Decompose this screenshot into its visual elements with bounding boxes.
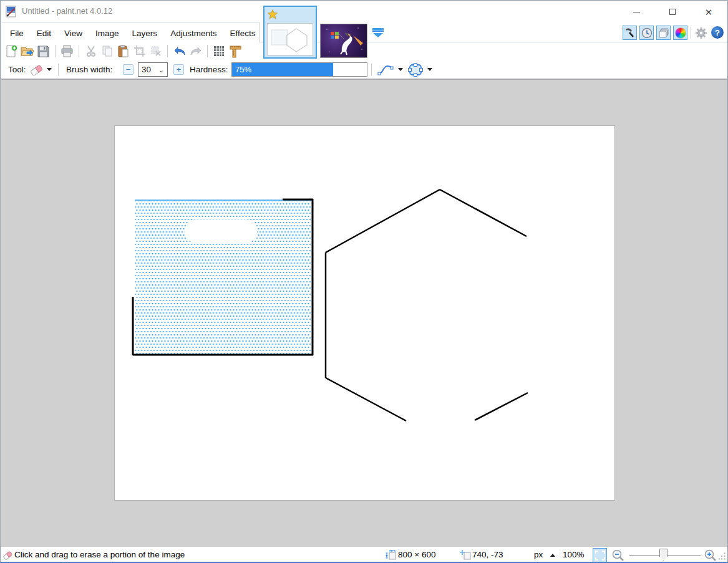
brush-width-combobox[interactable]: 30 ⌄ — [138, 62, 168, 77]
cursor-position-value: 740, -73 — [472, 550, 503, 559]
brush-width-label: Brush width: — [66, 65, 112, 74]
crop-to-selection-button[interactable] — [132, 44, 147, 59]
menu-panel-border-top — [2, 22, 260, 22]
status-hint-text: Click and drag to erase a portion of the… — [14, 550, 185, 559]
units-dropdown-arrow[interactable] — [550, 554, 555, 557]
drawn-shapes — [115, 126, 614, 500]
hardness-slider[interactable]: 75% — [231, 62, 367, 77]
workspace[interactable] — [1, 79, 727, 546]
units-selector[interactable]: px — [534, 550, 543, 559]
zoom-slider-thumb[interactable] — [659, 549, 667, 561]
eraser-tool-button[interactable] — [29, 63, 44, 76]
layers-window-toggle[interactable] — [656, 26, 671, 40]
minimize-button[interactable] — [627, 6, 646, 18]
zoom-level-value: 100% — [563, 550, 585, 559]
drawing-canvas[interactable] — [115, 126, 614, 500]
save-button[interactable] — [36, 44, 51, 59]
toolbar-separator — [691, 27, 691, 39]
pixel-grid-button[interactable] — [212, 44, 226, 59]
layers-icon — [658, 27, 669, 39]
window-title: Untitled - paint.net 4.0.12 — [22, 6, 112, 16]
tools-window-toggle[interactable] — [623, 26, 637, 40]
selection-clipping-dropdown-arrow[interactable] — [427, 68, 432, 71]
image-size-icon — [386, 550, 397, 560]
title-bar: Untitled - paint.net 4.0.12 ✕ — [1, 1, 727, 22]
brush-width-value: 30 — [142, 65, 151, 74]
tool-options-bar: Tool: Brush width: − 30 ⌄ + Hardness: 75… — [1, 60, 727, 79]
open-file-icon — [21, 45, 34, 57]
rulers-icon — [229, 45, 242, 58]
antialiasing-dropdown-arrow[interactable] — [398, 68, 403, 71]
menu-layers[interactable]: Layers — [132, 29, 158, 38]
menu-file[interactable]: File — [10, 29, 24, 38]
paintnet-app-icon — [6, 6, 17, 17]
main-toolbar — [4, 43, 243, 59]
brush-width-increase-button[interactable]: + — [173, 64, 184, 75]
unsaved-star-icon — [268, 9, 278, 19]
tool-label: Tool: — [8, 65, 26, 74]
menu-adjustments[interactable]: Adjustments — [170, 29, 216, 38]
undo-button[interactable] — [172, 44, 187, 59]
new-button[interactable] — [4, 44, 18, 59]
history-window-toggle[interactable] — [639, 26, 654, 40]
color-wheel-icon — [675, 27, 686, 39]
paintnet-window: Untitled - paint.net 4.0.12 ✕ File Edit … — [0, 0, 728, 563]
rulers-button[interactable] — [228, 44, 243, 59]
image-tab-active[interactable] — [263, 6, 317, 59]
antialiasing-button[interactable] — [377, 63, 394, 77]
toolbar-separator — [167, 45, 168, 57]
tool-dropdown-arrow[interactable] — [47, 68, 52, 71]
zoom-in-button[interactable] — [704, 549, 717, 562]
status-bar: Click and drag to erase a portion of the… — [1, 546, 727, 562]
undo-icon — [173, 45, 187, 57]
new-file-icon — [5, 45, 17, 57]
settings-button[interactable] — [694, 26, 708, 40]
active-image-thumbnail — [267, 23, 313, 55]
resize-grip[interactable] — [719, 552, 726, 561]
open-button[interactable] — [20, 44, 34, 59]
gear-icon — [695, 27, 707, 39]
hardness-label: Hardness: — [190, 65, 228, 74]
cut-button[interactable] — [84, 44, 98, 59]
hammer-icon — [624, 27, 636, 39]
copy-icon — [101, 45, 114, 57]
deselect-button[interactable] — [148, 44, 163, 59]
toolbar-separator — [207, 45, 208, 57]
menu-view[interactable]: View — [64, 29, 82, 38]
selection-clipping-button[interactable] — [407, 62, 424, 77]
menu-effects[interactable]: Effects — [230, 29, 255, 38]
menu-edit[interactable]: Edit — [37, 29, 51, 38]
crop-icon — [133, 45, 146, 57]
copy-button[interactable] — [100, 44, 114, 59]
toolbar-separator — [58, 64, 59, 75]
redo-button[interactable] — [188, 44, 203, 59]
redo-icon — [189, 45, 203, 57]
image-tab-unicorn[interactable] — [320, 24, 367, 58]
brush-width-decrease-button[interactable]: − — [123, 64, 133, 75]
pixel-grid-icon — [213, 46, 225, 57]
zoom-to-window-button[interactable] — [593, 548, 607, 562]
clock-icon — [641, 27, 653, 39]
help-icon: ? — [711, 26, 724, 39]
image-size-value: 800 × 600 — [398, 550, 435, 559]
zoom-out-button[interactable] — [611, 549, 625, 562]
paste-button[interactable] — [116, 44, 130, 59]
maximize-button[interactable] — [663, 6, 682, 18]
image-list-chevron-icon[interactable] — [372, 27, 384, 38]
menu-bar: File Edit View Image Layers Adjustments … — [1, 24, 255, 42]
menu-image[interactable]: Image — [95, 29, 119, 38]
hardness-value: 75% — [235, 65, 251, 74]
cursor-position-icon — [460, 550, 471, 560]
toolbar-separator — [371, 64, 372, 75]
toolbar-separator — [79, 45, 79, 57]
deselect-icon — [150, 45, 162, 57]
help-button[interactable]: ? — [711, 26, 725, 40]
save-icon — [37, 46, 49, 57]
colors-window-toggle[interactable] — [673, 26, 687, 40]
unicorn-thumbnail — [321, 24, 367, 57]
eraser-icon — [2, 549, 14, 561]
zoom-fit-icon — [595, 551, 605, 561]
chevron-down-icon: ⌄ — [158, 66, 164, 74]
print-button[interactable] — [60, 44, 74, 59]
close-button[interactable]: ✕ — [699, 6, 718, 18]
